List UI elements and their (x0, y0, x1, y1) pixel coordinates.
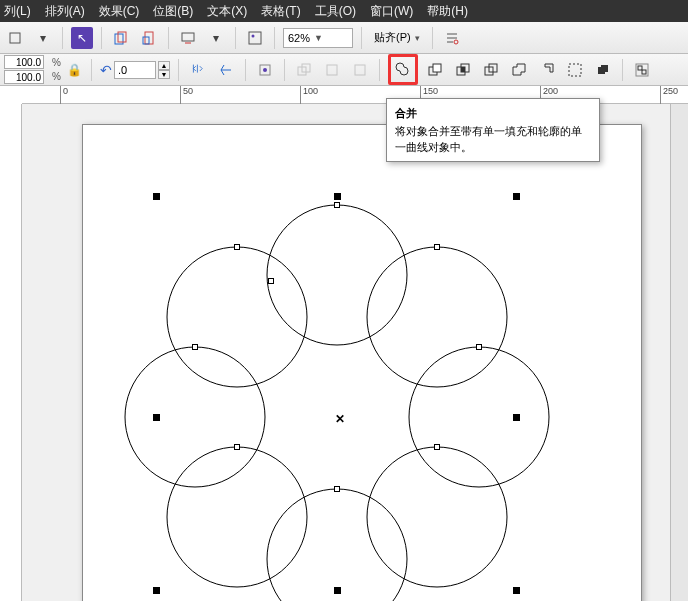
menu-item[interactable]: 位图(B) (153, 3, 193, 20)
svg-point-11 (263, 68, 267, 72)
simplify-button[interactable] (480, 59, 502, 81)
ruler-tick: 100 (300, 86, 318, 104)
copy-icon[interactable] (110, 27, 132, 49)
zoom-value: 62% (288, 32, 310, 44)
rotation-spinner[interactable]: ▲▼ (158, 61, 170, 79)
trim-button[interactable] (424, 59, 446, 81)
node-handle[interactable] (476, 344, 482, 350)
boundary-button[interactable] (564, 59, 586, 81)
selection-handle[interactable] (513, 193, 520, 200)
menu-item[interactable]: 窗口(W) (370, 3, 413, 20)
options-icon[interactable] (441, 27, 463, 49)
chevron-down-icon: ▼ (314, 33, 323, 43)
separator (91, 59, 92, 81)
node-handle[interactable] (268, 278, 274, 284)
svg-point-8 (252, 34, 255, 37)
svg-point-35 (125, 347, 265, 487)
svg-point-34 (167, 447, 307, 587)
scale-x-input[interactable] (4, 55, 44, 69)
snap-label: 贴齐(P) (374, 30, 411, 45)
zoom-combo[interactable]: 62% ▼ (283, 28, 353, 48)
separator (62, 27, 63, 49)
selection-handle[interactable] (334, 193, 341, 200)
tooltip: 合并 将对象合并至带有单一填充和轮廓的单一曲线对象中。 (386, 98, 600, 162)
selection-handle[interactable] (153, 414, 160, 421)
separator (101, 27, 102, 49)
svg-point-32 (367, 447, 507, 587)
weld-button-highlight (388, 54, 418, 85)
weld-button[interactable] (393, 59, 413, 79)
page: ✕ (82, 124, 642, 601)
shaping-icon-disabled (349, 59, 371, 81)
menu-bar: 列(L) 排列(A) 效果(C) 位图(B) 文本(X) 表格(T) 工具(O)… (0, 0, 688, 22)
lock-aspect-icon[interactable]: 🔒 (67, 56, 83, 84)
node-handle[interactable] (192, 344, 198, 350)
selection-handle[interactable] (153, 587, 160, 594)
menu-item[interactable]: 表格(T) (261, 3, 300, 20)
svg-rect-5 (182, 33, 194, 41)
undo-rotate-icon[interactable]: ↶ (100, 62, 112, 78)
separator (274, 27, 275, 49)
separator (245, 59, 246, 81)
tooltip-body: 将对象合并至带有单一填充和轮廓的单一曲线对象中。 (395, 123, 591, 155)
canvas-area[interactable]: ✕ (22, 104, 688, 601)
menu-item[interactable]: 排列(A) (45, 3, 85, 20)
menu-item[interactable]: 效果(C) (99, 3, 140, 20)
toolbar-properties: %% 🔒 ↶ ▲▼ (0, 54, 688, 86)
menu-item[interactable]: 列(L) (4, 3, 31, 20)
svg-point-29 (267, 205, 407, 345)
node-handle[interactable] (234, 244, 240, 250)
svg-rect-17 (433, 64, 441, 72)
node-handle[interactable] (434, 244, 440, 250)
ruler-tick: 0 (60, 86, 68, 104)
svg-point-9 (454, 40, 458, 44)
intersect-button[interactable] (452, 59, 474, 81)
group-button[interactable] (631, 59, 653, 81)
node-handle[interactable] (434, 444, 440, 450)
tooltip-title: 合并 (395, 105, 591, 121)
node-handle[interactable] (234, 444, 240, 450)
selection-handle[interactable] (153, 193, 160, 200)
menu-item[interactable]: 文本(X) (207, 3, 247, 20)
screen-icon[interactable] (177, 27, 199, 49)
menu-item[interactable]: 工具(O) (315, 3, 356, 20)
node-handle[interactable] (334, 486, 340, 492)
combine-button[interactable] (592, 59, 614, 81)
chevron-down-icon[interactable]: ▾ (205, 27, 227, 49)
scrollbar-vertical[interactable] (670, 104, 688, 601)
selection-handle[interactable] (513, 587, 520, 594)
svg-rect-20 (461, 67, 465, 72)
mirror-h-icon[interactable] (187, 59, 209, 81)
svg-point-33 (267, 489, 407, 601)
chevron-down-icon[interactable]: ▾ (32, 27, 54, 49)
svg-point-30 (367, 247, 507, 387)
scale-y-input[interactable] (4, 70, 44, 84)
rotation-input[interactable] (114, 61, 156, 79)
flower-shape[interactable] (83, 125, 643, 601)
svg-rect-27 (638, 66, 642, 70)
back-minus-front-button[interactable] (536, 59, 558, 81)
menu-item[interactable]: 帮助(H) (427, 3, 468, 20)
tool-btn[interactable] (4, 27, 26, 49)
scale-inputs (4, 55, 44, 84)
chevron-down-icon: ▾ (415, 33, 420, 43)
paste-icon[interactable] (138, 27, 160, 49)
svg-point-31 (409, 347, 549, 487)
pointer-tool-icon[interactable]: ↖ (71, 27, 93, 49)
ruler-tick: 50 (180, 86, 193, 104)
svg-rect-4 (143, 37, 149, 44)
separator (379, 59, 380, 81)
selection-handle[interactable] (334, 587, 341, 594)
snap-menu[interactable]: 贴齐(P) ▾ (370, 28, 424, 48)
ruler-vertical (0, 104, 22, 601)
node-handle[interactable] (334, 202, 340, 208)
separator (168, 27, 169, 49)
ruler-tick: 250 (660, 86, 678, 104)
align-icon[interactable] (254, 59, 276, 81)
front-minus-back-button[interactable] (508, 59, 530, 81)
mirror-v-icon[interactable] (215, 59, 237, 81)
selection-handle[interactable] (513, 414, 520, 421)
selection-center-icon: ✕ (335, 412, 345, 426)
image-icon[interactable] (244, 27, 266, 49)
svg-rect-0 (10, 33, 20, 43)
